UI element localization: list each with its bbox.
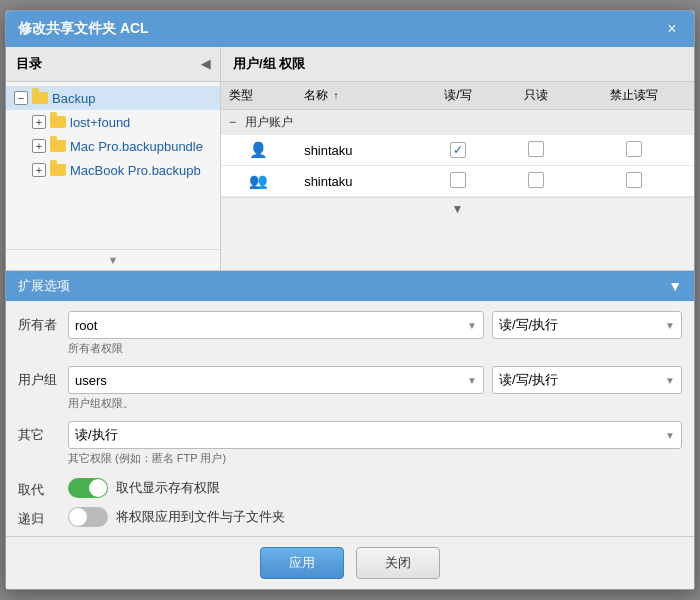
other-select-arrow: ▼ [665, 430, 675, 441]
right-panel-header: 用户/组 权限 [221, 47, 694, 82]
rw-checkbox-0[interactable]: ✓ [450, 142, 466, 158]
deny-checkbox-1[interactable] [626, 172, 642, 188]
rw-cell-1[interactable] [417, 166, 498, 197]
panel-collapse-arrow[interactable]: ◀ [201, 57, 210, 71]
main-content: 目录 ◀ − Backup + lost+fo [6, 47, 694, 270]
dialog: 修改共享文件夹 ACL × 目录 ◀ − Backup [5, 10, 695, 590]
group-icon: 👥 [249, 171, 269, 191]
recurse-controls: 将权限应用到文件与子文件夹 [68, 507, 682, 527]
permissions-table: 类型 名称 ↑ 读/写 只读 禁止读写 [221, 82, 694, 197]
type-cell-1: 👥 [221, 166, 296, 197]
ro-checkbox-0[interactable] [528, 141, 544, 157]
user-icon: 👤 [249, 140, 269, 160]
recurse-row: 递归 将权限应用到文件与子文件夹 [18, 505, 682, 528]
deny-cell-1[interactable] [574, 166, 694, 197]
col-type: 类型 [221, 82, 296, 110]
replace-row: 取代 取代显示存有权限 [18, 476, 682, 499]
tree-area: − Backup + lost+found + [6, 82, 220, 249]
expand-lost-found-button[interactable]: + [32, 115, 46, 129]
group-perm-value: 读/写/执行 [499, 371, 659, 389]
deny-checkbox-0[interactable] [626, 141, 642, 157]
replace-toggle[interactable] [68, 478, 108, 498]
owner-label: 所有者 [18, 311, 68, 334]
acl-table: 类型 名称 ↑ 读/写 只读 禁止读写 [221, 82, 694, 270]
tree-label-lost-found: lost+found [70, 115, 130, 130]
bottom-section: 扩展选项 ▼ 所有者 root ▼ 读/写/执行 ▼ [6, 270, 694, 536]
owner-select-arrow: ▼ [467, 320, 477, 331]
group-sub-label: 用户组权限。 [68, 396, 682, 411]
table-row: 👥 shintaku [221, 166, 694, 197]
other-select[interactable]: 读/执行 ▼ [68, 421, 682, 449]
tree-label-macbook: MacBook Pro.backupb [70, 163, 201, 178]
table-row: 👤 shintaku ✓ [221, 135, 694, 166]
folder-icon-mac-pro [50, 138, 66, 154]
tree-item-backup[interactable]: − Backup [6, 86, 220, 110]
folder-icon-macbook [50, 162, 66, 178]
recurse-label: 递归 [18, 505, 68, 528]
name-cell-1: shintaku [296, 166, 417, 197]
group-select-group: users ▼ 读/写/执行 ▼ [68, 366, 682, 394]
expand-chevron-icon: ▼ [668, 278, 682, 294]
dialog-title: 修改共享文件夹 ACL [18, 20, 149, 38]
owner-perm-select[interactable]: 读/写/执行 ▼ [492, 311, 682, 339]
replace-label: 取代 [18, 476, 68, 499]
tree-scroll-indicator: ▼ [6, 249, 220, 270]
left-panel-header: 目录 ◀ [6, 47, 220, 82]
other-sub-label: 其它权限 (例如：匿名 FTP 用户) [68, 451, 682, 466]
folder-icon-lost-found [50, 114, 66, 130]
owner-select-value: root [75, 318, 461, 333]
tree-item-lost-found[interactable]: + lost+found [6, 110, 220, 134]
tree-item-macbook[interactable]: + MacBook Pro.backupb [6, 158, 220, 182]
toggle-knob-recurse [69, 508, 87, 526]
expand-header[interactable]: 扩展选项 ▼ [6, 271, 694, 301]
group-select-value: users [75, 373, 461, 388]
tree-item-mac-pro[interactable]: + Mac Pro.backupbundle [6, 134, 220, 158]
expand-macbook-button[interactable]: + [32, 163, 46, 177]
tree-label-mac-pro: Mac Pro.backupbundle [70, 139, 203, 154]
owner-sub-label: 所有者权限 [68, 341, 682, 356]
rw-cell-0[interactable]: ✓ [417, 135, 498, 166]
expand-mac-pro-button[interactable]: + [32, 139, 46, 153]
expand-header-label: 扩展选项 [18, 277, 70, 295]
sort-arrow-name: ↑ [333, 90, 338, 101]
group-perm-select[interactable]: 读/写/执行 ▼ [492, 366, 682, 394]
section-user-accounts: − 用户账户 [221, 110, 694, 136]
other-select-value: 读/执行 [75, 426, 659, 444]
acl-header-label: 用户/组 权限 [233, 56, 305, 71]
table-scroll-indicator: ▼ [221, 197, 694, 220]
close-dialog-button[interactable]: 关闭 [356, 547, 440, 579]
group-row: 用户组 users ▼ 读/写/执行 ▼ 用户组权限。 [18, 366, 682, 411]
section-collapse-btn[interactable]: − [229, 115, 236, 129]
rw-checkbox-1[interactable] [450, 172, 466, 188]
directory-label: 目录 [16, 55, 42, 73]
group-select[interactable]: users ▼ [68, 366, 484, 394]
section-label-user-accounts: 用户账户 [245, 115, 293, 129]
other-label: 其它 [18, 421, 68, 444]
ro-cell-0[interactable] [499, 135, 574, 166]
group-select-arrow: ▼ [467, 375, 477, 386]
replace-toggle-label: 取代显示存有权限 [116, 479, 220, 497]
owner-select[interactable]: root ▼ [68, 311, 484, 339]
group-perm-arrow: ▼ [665, 375, 675, 386]
col-name[interactable]: 名称 ↑ [296, 82, 417, 110]
ro-cell-1[interactable] [499, 166, 574, 197]
right-panel: 用户/组 权限 类型 名称 ↑ 读/写 只读 禁止读写 [221, 47, 694, 270]
owner-controls: root ▼ 读/写/执行 ▼ 所有者权限 [68, 311, 682, 356]
ro-checkbox-1[interactable] [528, 172, 544, 188]
replace-controls: 取代显示存有权限 [68, 478, 682, 498]
apply-button[interactable]: 应用 [260, 547, 344, 579]
col-ro: 只读 [499, 82, 574, 110]
type-cell-0: 👤 [221, 135, 296, 166]
owner-row: 所有者 root ▼ 读/写/执行 ▼ 所有者权限 [18, 311, 682, 356]
expand-body: 所有者 root ▼ 读/写/执行 ▼ 所有者权限 [6, 301, 694, 536]
owner-select-group: root ▼ 读/写/执行 ▼ [68, 311, 682, 339]
other-controls: 读/执行 ▼ 其它权限 (例如：匿名 FTP 用户) [68, 421, 682, 466]
deny-cell-0[interactable] [574, 135, 694, 166]
footer: 应用 关闭 [6, 536, 694, 589]
col-deny: 禁止读写 [574, 82, 694, 110]
collapse-backup-button[interactable]: − [14, 91, 28, 105]
title-bar: 修改共享文件夹 ACL × [6, 11, 694, 47]
close-button[interactable]: × [662, 19, 682, 39]
recurse-toggle[interactable] [68, 507, 108, 527]
recurse-toggle-label: 将权限应用到文件与子文件夹 [116, 508, 285, 526]
